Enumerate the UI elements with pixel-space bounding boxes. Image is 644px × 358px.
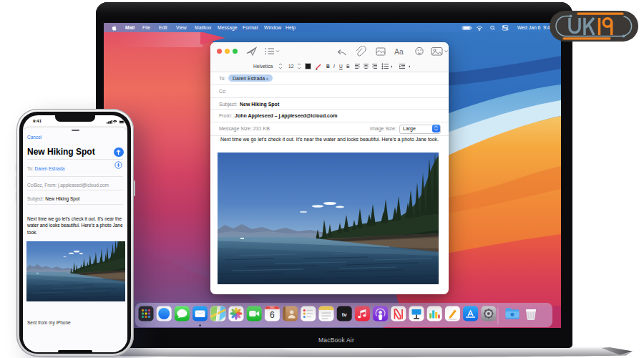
svg-text:WED: WED xyxy=(270,306,275,309)
svg-text:tv: tv xyxy=(342,311,348,318)
svg-text:6: 6 xyxy=(270,310,275,320)
svg-text:Aa: Aa xyxy=(394,47,404,56)
